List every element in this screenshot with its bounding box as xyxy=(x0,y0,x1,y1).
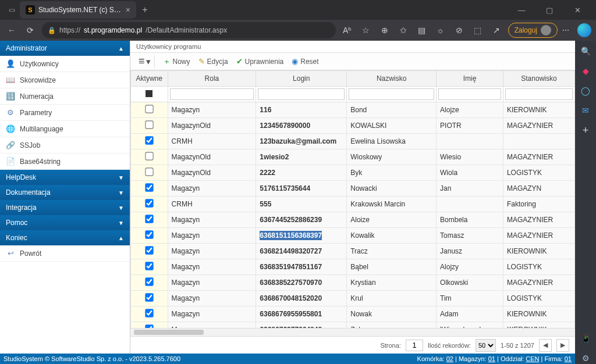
share-icon[interactable]: ↗ xyxy=(489,26,503,35)
filter-login[interactable] xyxy=(258,88,345,100)
collections-icon[interactable]: ▤ xyxy=(415,26,429,35)
col-aktywne[interactable]: Aktywne xyxy=(131,71,168,87)
table-row[interactable]: Magazyn6368676977664848ZołzalWierzchowsk… xyxy=(131,322,575,329)
nav-refresh-icon[interactable]: ⟳ xyxy=(23,26,37,35)
sidebar-item-administrator-2[interactable]: 🔢Numeracja xyxy=(0,88,130,105)
panel-head-3[interactable]: Integracja▼ xyxy=(0,200,130,215)
window-close-icon[interactable]: ✕ xyxy=(566,6,589,15)
favorites-icon[interactable]: ✩ xyxy=(396,26,410,35)
row-checkbox[interactable] xyxy=(145,309,153,317)
sidebar-item-administrator-5[interactable]: 🔗SSJob xyxy=(0,137,130,154)
select-all-checkbox[interactable] xyxy=(146,90,152,97)
table-row[interactable]: Magazyn6368214498320727TraczJanuszKIEROW… xyxy=(131,244,575,259)
toolbar-reset-button[interactable]: ◉Reset xyxy=(292,57,318,66)
url-field[interactable]: 🔒 https://st.programdemo.pl/DefaultAdmin… xyxy=(42,22,336,38)
panel-head-1[interactable]: HelpDesk▼ xyxy=(0,170,130,185)
read-aloud-icon[interactable]: Aᵇ xyxy=(340,26,354,35)
col-login[interactable]: Login xyxy=(256,71,347,87)
table-row[interactable]: Magazyn6368351947851167BąbelAlojzyLOGIST… xyxy=(131,259,575,275)
col-imie[interactable]: Imię xyxy=(437,71,503,87)
row-checkbox[interactable] xyxy=(145,293,153,301)
table-row[interactable]: MagazynOld1wiesio2WioskowyWiesioMAGAZYNI… xyxy=(131,149,575,165)
bing-icon[interactable] xyxy=(577,23,591,37)
sidebar-item-administrator-3[interactable]: ⚙Parametry xyxy=(0,105,130,121)
edge-mobile-icon[interactable]: 📱 xyxy=(580,333,591,344)
row-checkbox[interactable] xyxy=(145,215,153,223)
panel-head-0[interactable]: Administrator▲ xyxy=(0,41,130,56)
extensions-icon[interactable]: ☼ xyxy=(434,26,448,35)
row-checkbox[interactable] xyxy=(145,246,153,254)
toolbar-new-button[interactable]: ＋Nowy xyxy=(163,56,190,67)
toolbar-menu-icon[interactable]: ≡ ▾ xyxy=(135,55,155,67)
cell-imie xyxy=(437,197,503,212)
action-icon[interactable]: ⊕ xyxy=(378,26,392,35)
cell-rola: Magazyn xyxy=(168,212,256,228)
tab-list-icon[interactable]: ▭ xyxy=(3,2,20,18)
star-icon[interactable]: ☆ xyxy=(359,26,373,35)
edge-outlook-icon[interactable]: ✉ xyxy=(580,105,591,116)
row-checkbox[interactable] xyxy=(145,262,153,270)
toolbar-edit-button[interactable]: ✎Edycja xyxy=(198,57,228,66)
browser-login-button[interactable]: Zaloguj xyxy=(508,23,558,38)
col-rola[interactable]: Rola xyxy=(168,71,256,87)
table-row[interactable]: CRMH555Krakowski MarcinFaktoring xyxy=(131,197,575,212)
performance-icon[interactable]: ⊘ xyxy=(452,26,466,35)
toolbar-perm-button[interactable]: ✔Uprawnienia xyxy=(236,57,284,66)
table-row[interactable]: Magazyn6368385227570970KrystianOlkowskiM… xyxy=(131,275,575,291)
filter-imie[interactable] xyxy=(438,88,501,100)
table-row[interactable]: Magazyn6368151156368397KowalikTomaszMAGA… xyxy=(131,228,575,244)
pager-page-input[interactable] xyxy=(406,340,423,351)
tab-close-icon[interactable]: × xyxy=(126,5,130,15)
edge-search-icon[interactable]: 🔍 xyxy=(580,45,591,57)
panel-head-2[interactable]: Dokumentacja▼ xyxy=(0,185,130,200)
pager-size-select[interactable]: 50 xyxy=(476,339,496,352)
row-checkbox[interactable] xyxy=(145,152,153,160)
sidebar-item-icon: 🔗 xyxy=(6,141,15,149)
sidebar-item-administrator-4[interactable]: 🌐Multilanguage xyxy=(0,121,130,137)
table-row[interactable]: Magazyn116BondAlojzeKIEROWNIK xyxy=(131,102,575,118)
filter-stanowisko[interactable] xyxy=(505,88,573,100)
row-checkbox[interactable] xyxy=(145,199,153,207)
panel-head-4[interactable]: Pomoc▼ xyxy=(0,215,130,230)
table-row[interactable]: Magazyn5176115735644NowackiJanMAGAZYN xyxy=(131,181,575,197)
pager-prev-button[interactable]: ◀ xyxy=(539,339,552,352)
app-icon[interactable]: ⬚ xyxy=(471,26,485,35)
more-icon[interactable]: ⋯ xyxy=(562,26,570,34)
row-checkbox[interactable] xyxy=(145,136,153,144)
filter-nazwisko[interactable] xyxy=(349,88,434,100)
table-row[interactable]: Magazyn6368676955955801NowakAdamKIEROWNI… xyxy=(131,306,575,322)
nav-back-icon[interactable]: ← xyxy=(5,26,19,35)
row-checkbox[interactable] xyxy=(145,105,153,113)
table-row[interactable]: MagazynOld1234567890000KOWALSKIPIOTRMAGA… xyxy=(131,118,575,134)
row-checkbox[interactable] xyxy=(145,230,153,238)
table-row[interactable]: Magazyn6368670048152020KrulTimLOGISTYK xyxy=(131,291,575,306)
window-maximize-icon[interactable]: ▢ xyxy=(538,6,561,15)
cell-imie: Bombela xyxy=(437,212,503,228)
edge-add-icon[interactable]: + xyxy=(580,124,591,136)
edge-tools-icon[interactable]: ◆ xyxy=(580,65,591,77)
sidebar-item-administrator-6[interactable]: 📄Base64string xyxy=(0,154,130,170)
browser-titlebar: ▭ S StudioSystem.NET (c) SoftwareS × + ―… xyxy=(0,0,596,20)
row-checkbox[interactable] xyxy=(145,167,153,176)
row-checkbox[interactable] xyxy=(145,183,153,191)
row-checkbox[interactable] xyxy=(145,277,153,286)
panel-head-5[interactable]: Koniec▲ xyxy=(0,230,130,245)
new-tab-button[interactable]: + xyxy=(136,5,154,15)
table-row[interactable]: CRMH123bazuka@gmail.comEwelina Lisowska xyxy=(131,134,575,149)
edge-settings-icon[interactable]: ⚙ xyxy=(580,352,591,364)
browser-tab[interactable]: S StudioSystem.NET (c) SoftwareS × xyxy=(20,1,136,19)
col-stanowisko[interactable]: Stanowisko xyxy=(503,71,574,87)
sidebar-item-administrator-1[interactable]: 📖Skorowidze xyxy=(0,72,130,88)
sidebar-item-koniec-0[interactable]: ↩Powrót xyxy=(0,245,130,262)
filter-rola[interactable] xyxy=(170,88,254,100)
horizontal-scrollbar[interactable] xyxy=(130,328,575,336)
table-row[interactable]: Magazyn6367445252886239AloizeBombelaMAGA… xyxy=(131,212,575,228)
pager-next-button[interactable]: ▶ xyxy=(556,339,569,352)
edge-office-icon[interactable]: ◯ xyxy=(580,85,591,97)
col-nazwisko[interactable]: Nazwisko xyxy=(347,71,437,87)
sidebar-item-administrator-0[interactable]: 👤Użytkownicy xyxy=(0,56,130,72)
row-checkbox[interactable] xyxy=(145,120,153,129)
cell-imie: Alojzy xyxy=(437,259,503,275)
window-minimize-icon[interactable]: ― xyxy=(510,6,533,15)
table-row[interactable]: MagazynOld2222BykWiolaLOGISTYK xyxy=(131,165,575,181)
